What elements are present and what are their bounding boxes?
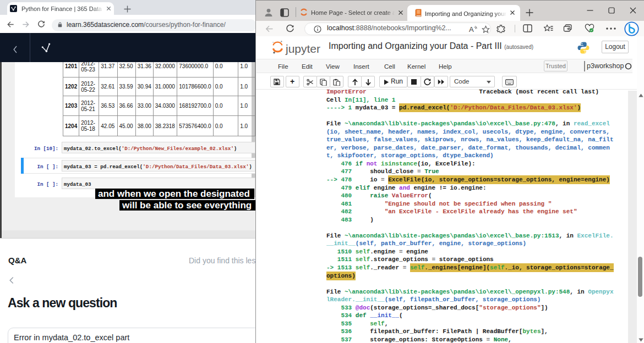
svg-text:A: A (469, 25, 474, 34)
